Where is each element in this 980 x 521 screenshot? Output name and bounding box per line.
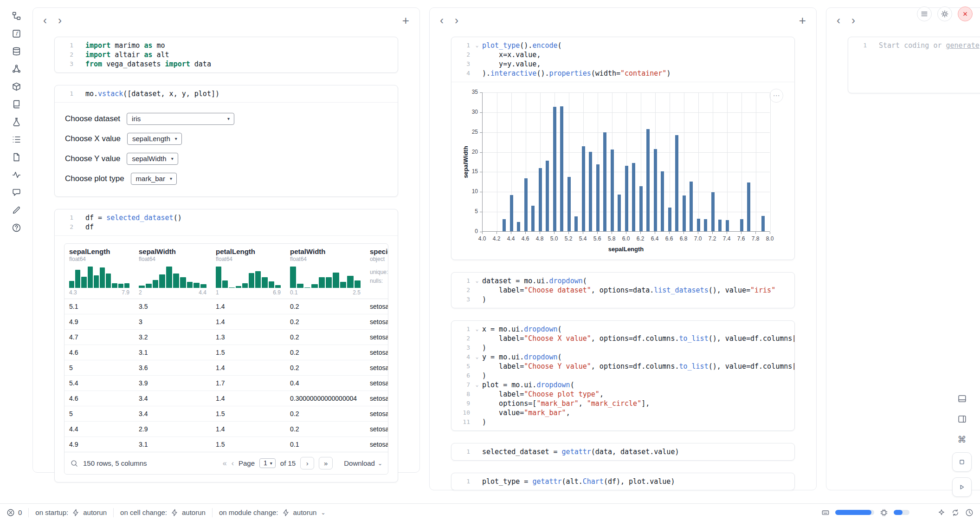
chevron-down-icon: ▾ (227, 116, 230, 121)
bar (618, 195, 621, 231)
sidebar-item-datasources[interactable] (10, 45, 23, 58)
column-move-right-button[interactable]: › (850, 15, 857, 26)
sidebar-item-dependencies[interactable] (10, 62, 23, 75)
dropdown-label: Choose plot type (65, 174, 124, 183)
on-module-change-config[interactable]: on module change: autorun ⌄ (219, 508, 326, 517)
code-line: 1 Start coding or generate with AI (850, 41, 980, 50)
code-editor[interactable]: 1mo.vstack([dataset, x, y, plot]) (55, 85, 398, 102)
sidebar-item-logs[interactable] (10, 133, 23, 146)
bar (683, 195, 686, 231)
keyboard-shortcuts-button[interactable]: ⌘ (954, 432, 969, 447)
choose-dataset-select[interactable]: iris▾ (127, 113, 234, 125)
table-row[interactable]: 4.73.21.30.2setosa (64, 330, 388, 345)
table-row[interactable]: 4.63.41.40.30000000000000004setosa (64, 391, 388, 406)
dropdown-label: Choose dataset (65, 114, 120, 124)
code-editor[interactable]: 1df = selected_dataset()2df (55, 209, 398, 235)
ai-button[interactable] (937, 508, 946, 517)
prev-page-button[interactable]: ‹ (232, 459, 234, 468)
choose-x-value-select[interactable]: sepalLength▾ (127, 133, 182, 145)
column-move-left-button[interactable]: ‹ (438, 15, 445, 26)
table-row[interactable]: 4.93.11.50.1setosa (64, 437, 388, 452)
column-move-left-button[interactable]: ‹ (835, 15, 842, 26)
column-header-species[interactable]: speciesobjectunique:nulls: (365, 244, 388, 299)
floating-controls: ⌘ (952, 391, 972, 497)
column-header-petalLength[interactable]: petalLengthfloat6416.9 (211, 244, 285, 299)
last-page-button[interactable]: » (319, 457, 333, 469)
code-editor[interactable]: 1plot_type = getattr(alt.Chart(df), plot… (451, 473, 794, 490)
table-footer: 150 rows, 5 columns « ‹ Page 1 ▾ of 15 › (64, 452, 388, 474)
column-move-left-button[interactable]: ‹ (41, 15, 49, 26)
sidebar-item-annotate[interactable] (10, 203, 23, 216)
table-row[interactable]: 4.63.11.50.2setosa (64, 345, 388, 360)
add-cell-button[interactable]: + (400, 14, 411, 26)
bar (718, 220, 722, 231)
page-select[interactable]: 1 ▾ (259, 458, 276, 468)
table-body[interactable]: sepalLengthfloat644.37.9sepalWidthfloat6… (64, 244, 388, 452)
table-row[interactable]: 5.13.51.40.2setosa (64, 299, 388, 314)
refresh-button[interactable] (951, 508, 960, 517)
history-button[interactable] (965, 508, 974, 517)
x-axis-title: sepalLength (608, 246, 644, 253)
chat-icon (12, 188, 21, 197)
sidebar-item-help[interactable] (10, 221, 23, 234)
bar (546, 161, 549, 231)
sidebar-item-packages[interactable] (10, 80, 23, 93)
table-row[interactable]: 4.931.40.2setosa (64, 314, 388, 330)
code-editor[interactable]: 1⌄x = mo.ui.dropdown(2 label="Choose X v… (451, 321, 794, 430)
sidebar-item-file-explorer[interactable] (10, 9, 23, 22)
sidebar-item-chat[interactable] (10, 186, 23, 199)
code-line: 3) (453, 343, 789, 352)
column-move-right-button[interactable]: › (56, 15, 64, 26)
code-editor[interactable]: 1⌄plot_type().encode(2 x=x.value,3 y=y.v… (451, 37, 794, 82)
sidebar-item-snippets[interactable] (10, 98, 23, 111)
code-editor[interactable]: 1selected_dataset = getattr(data, datase… (451, 443, 794, 460)
sidebar-item-tracing[interactable] (10, 168, 23, 181)
column-histogram (216, 267, 281, 288)
code-editor[interactable]: 1⌄dataset = mo.ui.dropdown(2 label="Choo… (451, 273, 794, 308)
first-page-button[interactable]: « (223, 459, 227, 468)
column-header-petalWidth[interactable]: petalWidthfloat640.12.5 (285, 244, 365, 299)
editor-placeholder: Start coding or generate with AI (879, 41, 980, 50)
search-icon (70, 459, 78, 468)
add-cell-button[interactable]: + (797, 14, 808, 26)
run-button[interactable] (952, 477, 972, 497)
bar (632, 163, 635, 231)
table-row[interactable]: 53.41.50.2setosa (64, 406, 388, 422)
shutdown-button[interactable] (958, 7, 973, 21)
code-line: 1⌄x = mo.ui.dropdown( (453, 325, 789, 334)
code-editor[interactable]: 1 Start coding or generate with AI (848, 37, 980, 93)
pagination: « ‹ Page 1 ▾ of 15 › » Download (223, 457, 382, 469)
generate-ai-link[interactable]: generate (946, 41, 980, 50)
column-header-sepalLength[interactable]: sepalLengthfloat644.37.9 (64, 244, 134, 299)
code-line: 4).interactive().properties(width="conta… (453, 69, 789, 78)
y-axis-title: sepalWidth (462, 146, 469, 178)
graph-icon (12, 64, 21, 74)
next-page-button[interactable]: › (300, 457, 314, 469)
errors-indicator[interactable]: 0 (6, 508, 22, 517)
choose-plot-type-select[interactable]: mark_bar▾ (131, 173, 177, 185)
menu-button[interactable] (917, 7, 932, 21)
panel-bottom-button[interactable] (954, 391, 969, 406)
table-row[interactable]: 4.42.91.40.2setosa (64, 422, 388, 437)
sidebar-item-variables[interactable]: f (10, 27, 23, 40)
altair-bar-chart[interactable]: sepalWidth sepalLength 051015202530354.0… (458, 90, 785, 256)
bar (646, 129, 650, 231)
bar (589, 152, 592, 231)
column-move-right-button[interactable]: › (453, 15, 460, 26)
code-editor[interactable]: 1import marimo as mo2import altair as al… (55, 37, 398, 72)
search-button[interactable] (70, 459, 78, 468)
settings-button[interactable] (937, 7, 952, 21)
sidebar-item-documentation[interactable] (10, 150, 23, 163)
on-startup-config[interactable]: on startup: autorun (35, 508, 107, 517)
plot-area[interactable] (482, 92, 770, 232)
panel-right-button[interactable] (954, 411, 969, 426)
column-header-sepalWidth[interactable]: sepalWidthfloat6424.4 (134, 244, 211, 299)
choose-y-value-select[interactable]: sepalWidth▾ (127, 153, 178, 165)
stop-button[interactable] (952, 452, 972, 472)
table-row[interactable]: 5.43.91.70.4setosa (64, 376, 388, 391)
table-row[interactable]: 53.61.40.2setosa (64, 360, 388, 376)
sidebar-item-scratchpad[interactable] (10, 115, 23, 128)
download-button[interactable]: Download ⌄ (344, 459, 382, 467)
bar (690, 182, 693, 231)
on-cell-change-config[interactable]: on cell change: autorun (120, 508, 206, 517)
